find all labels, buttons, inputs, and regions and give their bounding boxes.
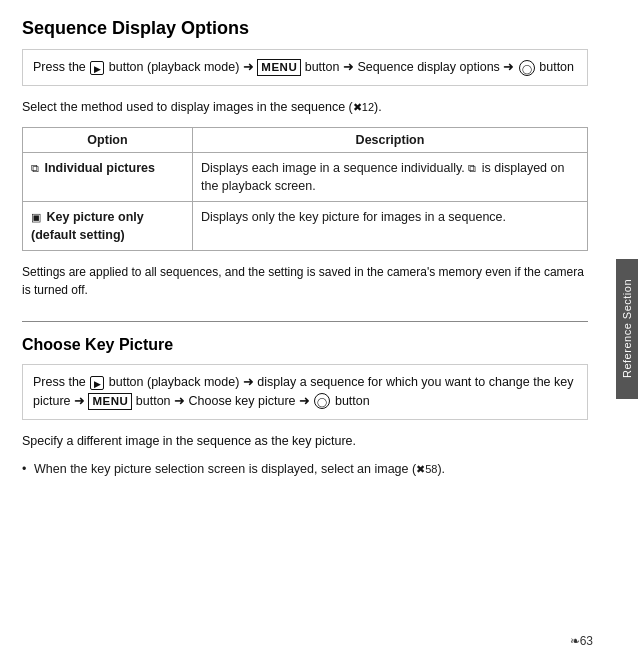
choose-key-description: Specify a different image in the sequenc… <box>22 432 588 451</box>
note-text: Settings are applied to all sequences, a… <box>22 263 588 299</box>
table-cell-desc-1: Displays each image in a sequence indivi… <box>193 152 588 201</box>
sidebar-label: Reference Section <box>616 259 638 399</box>
section-title-1: Sequence Display Options <box>22 18 588 39</box>
seq-display-icon: ⧉ <box>468 162 476 174</box>
ok-button-icon-2: ◯ <box>314 393 330 409</box>
table-cell-desc-2: Displays only the key picture for images… <box>193 201 588 250</box>
right-sidebar: Reference Section <box>610 0 643 658</box>
playback-button-icon-2: ▶ <box>90 376 104 390</box>
individual-pictures-label: Individual pictures <box>44 161 154 175</box>
playback-button-icon: ▶ <box>90 61 104 75</box>
instruction-box-1: Press the ▶ button (playback mode) ➜ MEN… <box>22 49 588 86</box>
bullet-item-1: When the key picture selection screen is… <box>22 460 588 479</box>
individual-pictures-icon: ⧉ <box>31 162 39 174</box>
instruction-box-2: Press the ▶ button (playback mode) ➜ dis… <box>22 364 588 420</box>
key-picture-label: Key picture only(default setting) <box>31 210 144 242</box>
bullet-list: When the key picture selection screen is… <box>22 460 588 479</box>
table-header-option: Option <box>23 127 193 152</box>
ref-link-1: ✖12 <box>353 101 374 113</box>
options-table: Option Description ⧉ Individual pictures… <box>22 127 588 252</box>
table-row: ⧉ Individual pictures Displays each imag… <box>23 152 588 201</box>
table-cell-option-2: ▣ Key picture only(default setting) <box>23 201 193 250</box>
main-content: Sequence Display Options Press the ▶ but… <box>0 0 610 497</box>
menu-button-label-2: MENU <box>88 393 132 410</box>
table-header-description: Description <box>193 127 588 152</box>
page-number: ❧63 <box>570 634 593 648</box>
ref-link-2: ✖58 <box>416 464 437 476</box>
table-row: ▣ Key picture only(default setting) Disp… <box>23 201 588 250</box>
section-divider <box>22 321 588 322</box>
section-title-2: Choose Key Picture <box>22 336 588 354</box>
key-picture-icon: ▣ <box>31 211 41 223</box>
description-text-1: Select the method used to display images… <box>22 98 588 117</box>
menu-button-label: MENU <box>257 59 301 76</box>
ok-button-icon: ◯ <box>519 60 535 76</box>
table-cell-option-1: ⧉ Individual pictures <box>23 152 193 201</box>
